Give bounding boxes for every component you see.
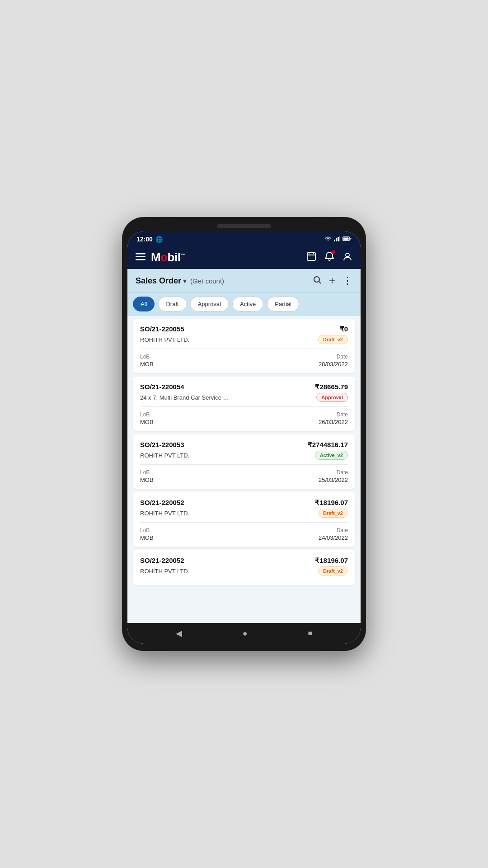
status-badge-1: Draft_v2	[318, 335, 348, 344]
order-amount-4: ₹18196.07	[315, 499, 348, 507]
get-count-label[interactable]: (Get count)	[190, 277, 224, 285]
logo-rest: bil	[168, 250, 181, 264]
date-value-2: 26/03/2022	[319, 419, 348, 425]
status-badge-5: Draft_v2	[318, 566, 348, 576]
lob-value-4: MOB	[140, 534, 154, 541]
tab-partial[interactable]: Partial	[267, 297, 299, 311]
company-name-1: ROHITH PVT LTD.	[140, 336, 189, 343]
logo-o: o	[160, 250, 167, 264]
company-name-4: ROHITH PVT LTD.	[140, 510, 189, 517]
orders-list: SO/21-220055 ₹0 ROHITH PVT LTD. Draft_v2…	[127, 316, 361, 623]
recents-button[interactable]: ■	[308, 629, 312, 637]
svg-rect-5	[343, 238, 349, 240]
signal-icon	[334, 235, 340, 243]
card-row-sub-1: ROHITH PVT LTD. Draft_v2	[140, 335, 348, 344]
order-card-5[interactable]: SO/21-220052 ₹18196.07 ROHITH PVT LTD. D…	[133, 550, 355, 585]
tab-all[interactable]: All	[133, 297, 155, 311]
lob-value-3: MOB	[140, 476, 154, 483]
company-name-5: ROHITH PVT LTD.	[140, 568, 189, 575]
home-button[interactable]: ●	[243, 629, 248, 638]
date-label-4: Date	[319, 527, 348, 533]
order-amount-2: ₹28665.79	[315, 383, 348, 391]
card-row-info-4: LoB MOB Date 24/03/2022	[140, 527, 348, 541]
card-row-top-3: SO/21-220053 ₹2744816.17	[140, 441, 348, 449]
search-icon[interactable]	[313, 275, 322, 287]
status-icons	[324, 235, 352, 243]
app-logo: Mobil™	[151, 250, 185, 264]
card-row-sub-3: ROHITH PVT LTD. Active_v2	[140, 451, 348, 460]
svg-rect-6	[350, 238, 352, 240]
svg-rect-1	[336, 238, 337, 241]
phone-frame: 12:00 🌐	[122, 217, 366, 651]
lob-value-1: MOB	[140, 361, 154, 368]
svg-rect-2	[338, 237, 339, 241]
notification-icon[interactable]	[324, 251, 334, 264]
nav-icons	[306, 251, 352, 264]
card-row-sub-4: ROHITH PVT LTD. Draft_v2	[140, 509, 348, 518]
card-divider-3	[140, 464, 348, 465]
date-section-3: Date 25/03/2022	[319, 469, 348, 483]
filter-tabs: All Draft Approval Active Partial	[127, 293, 361, 316]
card-row-sub-2: 24 x 7, Multi Brand Car Service Station …	[140, 393, 348, 402]
card-row-top-4: SO/21-220052 ₹18196.07	[140, 499, 348, 507]
order-card-1[interactable]: SO/21-220055 ₹0 ROHITH PVT LTD. Draft_v2…	[133, 319, 355, 373]
svg-rect-9	[136, 259, 145, 260]
notification-dot	[332, 250, 335, 254]
svg-rect-10	[307, 253, 315, 260]
lob-label-2: LoB	[140, 411, 154, 418]
company-name-3: ROHITH PVT LTD.	[140, 452, 189, 459]
order-id-2: SO/21-220054	[140, 383, 184, 391]
order-card-4[interactable]: SO/21-220052 ₹18196.07 ROHITH PVT LTD. D…	[133, 492, 355, 547]
date-label-2: Date	[319, 411, 348, 418]
profile-icon[interactable]	[343, 251, 352, 264]
date-section-1: Date 28/03/2022	[319, 354, 348, 368]
order-id-1: SO/21-220055	[140, 325, 184, 333]
date-value-4: 24/03/2022	[319, 534, 348, 541]
svg-point-15	[314, 277, 319, 282]
lob-section-2: LoB MOB	[140, 411, 154, 425]
card-row-top-5: SO/21-220052 ₹18196.07	[140, 557, 348, 565]
page-title: Sales Order	[136, 276, 181, 286]
calendar-icon[interactable]	[306, 251, 316, 264]
lob-label-1: LoB	[140, 354, 154, 360]
date-value-1: 28/03/2022	[319, 361, 348, 368]
page-header: Sales Order ▾ (Get count) + ⋮	[127, 269, 361, 293]
svg-rect-8	[136, 256, 145, 258]
dropdown-arrow-icon[interactable]: ▾	[183, 277, 187, 285]
battery-icon	[343, 235, 352, 243]
status-badge-4: Draft_v2	[318, 509, 348, 518]
card-row-info-1: LoB MOB Date 28/03/2022	[140, 354, 348, 368]
status-badge-2: Approval	[316, 393, 348, 402]
logo-tm: ™	[180, 253, 185, 258]
lob-value-2: MOB	[140, 419, 154, 425]
tab-approval[interactable]: Approval	[190, 297, 229, 311]
date-section-4: Date 24/03/2022	[319, 527, 348, 541]
top-nav: Mobil™	[127, 246, 361, 269]
card-divider-4	[140, 522, 348, 523]
order-card-3[interactable]: SO/21-220053 ₹2744816.17 ROHITH PVT LTD.…	[133, 434, 355, 489]
order-id-4: SO/21-220052	[140, 499, 184, 506]
logo-m: M	[151, 250, 160, 264]
status-bar: 12:00 🌐	[127, 231, 361, 246]
order-amount-5: ₹18196.07	[315, 557, 348, 565]
card-row-info-3: LoB MOB Date 25/03/2022	[140, 469, 348, 483]
tab-active[interactable]: Active	[232, 297, 263, 311]
tab-draft[interactable]: Draft	[158, 297, 186, 311]
globe-icon: 🌐	[155, 236, 163, 243]
add-order-icon[interactable]: +	[329, 274, 335, 287]
hamburger-icon[interactable]	[136, 252, 145, 263]
order-id-3: SO/21-220053	[140, 441, 184, 448]
order-card-2[interactable]: SO/21-220054 ₹28665.79 24 x 7, Multi Bra…	[133, 377, 355, 431]
date-label-1: Date	[319, 354, 348, 360]
card-row-top-1: SO/21-220055 ₹0	[140, 325, 348, 333]
svg-point-14	[346, 253, 349, 257]
wifi-icon	[324, 235, 332, 243]
lob-label-3: LoB	[140, 469, 154, 476]
lob-section-3: LoB MOB	[140, 469, 154, 483]
bottom-nav: ◀ ● ■	[127, 623, 361, 644]
back-button[interactable]: ◀	[176, 628, 182, 638]
card-row-info-2: LoB MOB Date 26/03/2022	[140, 411, 348, 425]
header-actions: + ⋮	[313, 274, 352, 287]
card-row-sub-5: ROHITH PVT LTD. Draft_v2	[140, 566, 348, 576]
more-options-icon[interactable]: ⋮	[343, 275, 352, 287]
